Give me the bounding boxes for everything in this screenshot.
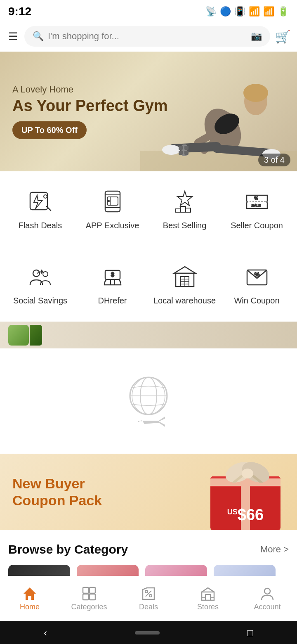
categories-icon <box>82 586 97 601</box>
svg-rect-27 <box>181 206 186 212</box>
search-bar[interactable]: 🔍 📷 <box>24 26 270 47</box>
nav-label-categories: Categories <box>71 603 107 611</box>
svg-point-33 <box>33 270 40 277</box>
camera-icon[interactable]: 📷 <box>251 31 262 42</box>
quick-link-app-exclusive[interactable]: APP Exclusive <box>76 180 148 238</box>
svg-rect-13 <box>179 151 183 155</box>
menu-icon[interactable]: ☰ <box>7 28 19 45</box>
plane-icon <box>138 412 171 429</box>
win-coupon-label: Win Coupon <box>234 295 279 306</box>
svg-marker-35 <box>41 270 43 273</box>
svg-text:SALE: SALE <box>251 204 261 208</box>
svg-point-66 <box>149 594 152 597</box>
svg-rect-11 <box>179 146 183 150</box>
svg-text:%: % <box>254 271 259 278</box>
nav-item-home[interactable]: Home <box>0 583 59 615</box>
svg-marker-41 <box>174 267 196 273</box>
deals-icon <box>141 586 156 601</box>
android-recents-button[interactable]: □ <box>247 627 253 639</box>
svg-point-56 <box>242 469 253 478</box>
status-time: 9:12 <box>8 5 31 18</box>
nav-label-deals: Deals <box>139 603 158 611</box>
seller-coupon-icon: % SALE <box>243 187 271 216</box>
flash-deals-icon <box>26 187 55 216</box>
bluetooth-icon: 🔵 <box>220 6 231 17</box>
banner-counter: 3 of 4 <box>258 154 290 166</box>
android-home-button[interactable] <box>135 631 160 635</box>
flash-deals-label: Flash Deals <box>19 220 62 231</box>
nav-item-stores[interactable]: Stores <box>178 583 238 615</box>
home-icon <box>22 586 37 601</box>
banner-title: As Your Perfect Gym <box>12 97 168 115</box>
quick-link-win-coupon[interactable]: % Win Coupon <box>221 255 293 313</box>
android-back-button[interactable]: ‹ <box>44 627 47 639</box>
search-icon: 🔍 <box>33 31 44 42</box>
svg-point-71 <box>264 588 270 594</box>
svg-rect-14 <box>184 151 189 155</box>
globe-icon <box>126 373 171 419</box>
svg-rect-12 <box>184 146 189 150</box>
browse-title: Browse by Category <box>8 542 128 556</box>
svg-point-25 <box>108 200 109 202</box>
quick-link-seller-coupon[interactable]: % SALE Seller Coupon <box>221 180 293 238</box>
coupon-amount: $66 <box>238 506 264 523</box>
app-exclusive-label: APP Exclusive <box>86 220 139 231</box>
nav-item-account[interactable]: Account <box>238 583 297 615</box>
nav-item-categories[interactable]: Categories <box>59 583 119 615</box>
small-banner-image2 <box>30 325 42 346</box>
quick-link-local-warehouse[interactable]: Local warehouse <box>148 255 221 313</box>
quick-link-flash-deals[interactable]: Flash Deals <box>4 180 76 238</box>
svg-rect-63 <box>90 594 95 600</box>
dhrefer-label: DHrefer <box>98 295 127 306</box>
android-nav-bar: ‹ □ <box>0 621 297 644</box>
svg-rect-68 <box>205 594 210 600</box>
social-savings-label: Social Savings <box>13 295 67 306</box>
coupon-banner[interactable]: New Buyer Coupon Pack US$66 <box>0 454 297 530</box>
svg-rect-60 <box>83 587 89 593</box>
svg-rect-62 <box>83 594 89 600</box>
status-icons: 📡 🔵 📳 📶 📶 🔋 <box>205 6 289 17</box>
vibrate-icon: 📳 <box>234 6 245 17</box>
seller-coupon-label: Seller Coupon <box>231 220 283 231</box>
svg-text:%: % <box>254 196 258 201</box>
nav-item-deals[interactable]: Deals <box>119 583 178 615</box>
svg-line-7 <box>217 149 268 153</box>
best-selling-label: Best Selling <box>163 220 207 231</box>
header: ☰ 🔍 📷 🛒 <box>0 23 297 52</box>
svg-rect-67 <box>202 592 214 600</box>
nav-label-stores: Stores <box>197 603 219 611</box>
banner-content: A Lovely Home As Your Perfect Gym UP To … <box>12 84 168 139</box>
signal-icon: 📶 <box>263 6 274 17</box>
app-exclusive-icon <box>98 187 127 216</box>
svg-marker-59 <box>24 587 36 600</box>
account-icon <box>260 586 275 601</box>
small-promo-banner[interactable] <box>0 322 297 348</box>
banner-cta-button[interactable]: UP To 60% Off <box>12 121 87 139</box>
svg-point-64 <box>145 590 148 593</box>
svg-rect-29 <box>186 208 191 212</box>
svg-point-34 <box>43 272 48 277</box>
svg-rect-28 <box>176 209 181 212</box>
svg-text:$: $ <box>111 271 114 278</box>
dhrefer-icon: $ <box>98 262 127 291</box>
hero-banner[interactable]: A Lovely Home As Your Perfect Gym UP To … <box>0 52 297 171</box>
stores-icon <box>200 586 215 601</box>
browse-more-button[interactable]: More > <box>260 544 289 555</box>
svg-point-3 <box>243 84 268 102</box>
quick-links-row2: Social Savings $ DHrefer <box>0 246 297 322</box>
quick-link-best-selling[interactable]: Best Selling <box>148 180 221 238</box>
local-warehouse-icon <box>170 262 199 291</box>
small-banner-image <box>8 325 29 346</box>
quick-link-social-savings[interactable]: Social Savings <box>4 255 76 313</box>
cart-icon[interactable]: 🛒 <box>275 29 290 44</box>
social-savings-icon <box>26 262 55 291</box>
bottom-navigation: Home Categories Deals Stores <box>0 576 297 621</box>
nav-label-account: Account <box>254 603 280 611</box>
quick-link-dhrefer[interactable]: $ DHrefer <box>76 255 148 313</box>
browse-header: Browse by Category More > <box>8 542 289 556</box>
best-selling-icon <box>170 187 199 216</box>
search-input[interactable] <box>48 31 247 42</box>
win-coupon-icon: % <box>243 262 271 291</box>
svg-point-17 <box>44 195 47 198</box>
cast-icon: 📡 <box>205 6 217 17</box>
